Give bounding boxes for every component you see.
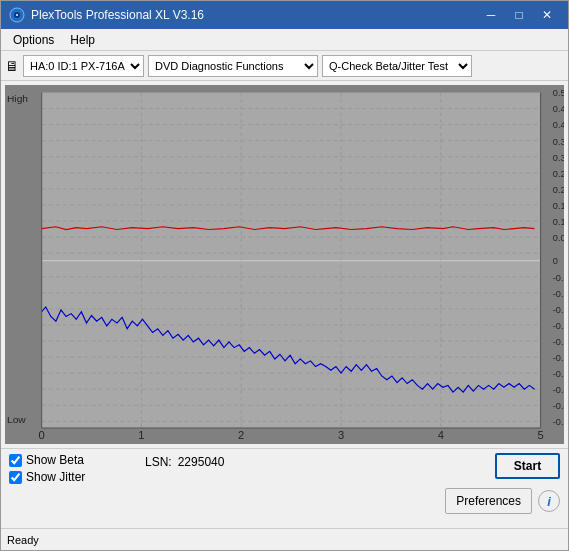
chart-area: 0 1 2 3 4 5 0.5 0.45 0.4 0.35 0.3 0.25 0… — [5, 85, 564, 444]
preferences-button[interactable]: Preferences — [445, 488, 532, 514]
svg-text:Low: Low — [7, 415, 27, 426]
close-button[interactable]: ✕ — [534, 5, 560, 25]
svg-text:-0.15: -0.15 — [553, 305, 564, 315]
show-beta-label: Show Beta — [26, 453, 84, 467]
app-icon — [9, 7, 25, 23]
svg-text:-0.3: -0.3 — [553, 353, 564, 363]
toolbar: 🖥 HA:0 ID:1 PX-716A DVD Diagnostic Funct… — [1, 51, 568, 81]
svg-text:0.5: 0.5 — [553, 89, 564, 99]
svg-text:1: 1 — [138, 430, 144, 442]
svg-text:0.4: 0.4 — [553, 121, 564, 131]
svg-text:-0.45: -0.45 — [553, 401, 564, 411]
svg-text:-0.25: -0.25 — [553, 337, 564, 347]
svg-text:-0.5: -0.5 — [553, 417, 564, 427]
window-controls: ─ □ ✕ — [478, 5, 560, 25]
minimize-button[interactable]: ─ — [478, 5, 504, 25]
device-select[interactable]: HA:0 ID:1 PX-716A — [23, 55, 144, 77]
show-jitter-input[interactable] — [9, 471, 22, 484]
function-select[interactable]: DVD Diagnostic Functions — [148, 55, 318, 77]
svg-text:0.2: 0.2 — [553, 185, 564, 195]
svg-text:0.15: 0.15 — [553, 201, 564, 211]
svg-text:2: 2 — [238, 430, 244, 442]
menu-help[interactable]: Help — [62, 31, 103, 49]
info-button[interactable]: i — [538, 490, 560, 512]
svg-point-2 — [16, 14, 18, 16]
svg-text:0: 0 — [553, 257, 558, 267]
action-buttons: Start — [495, 453, 560, 479]
status-text: Ready — [7, 534, 39, 546]
status-bar: Ready — [1, 528, 568, 550]
info-icon: i — [547, 494, 551, 509]
svg-text:0.25: 0.25 — [553, 169, 564, 179]
title-bar: PlexTools Professional XL V3.16 ─ □ ✕ — [1, 1, 568, 29]
svg-text:-0.1: -0.1 — [553, 289, 564, 299]
main-window: PlexTools Professional XL V3.16 ─ □ ✕ Op… — [0, 0, 569, 551]
svg-text:5: 5 — [537, 430, 543, 442]
svg-text:-0.4: -0.4 — [553, 385, 564, 395]
show-jitter-label: Show Jitter — [26, 470, 85, 484]
svg-text:0.3: 0.3 — [553, 153, 564, 163]
svg-text:0: 0 — [39, 430, 45, 442]
svg-text:-0.05: -0.05 — [553, 273, 564, 283]
show-beta-checkbox[interactable]: Show Beta — [9, 453, 129, 467]
svg-text:0.05: 0.05 — [553, 233, 564, 243]
show-jitter-checkbox[interactable]: Show Jitter — [9, 470, 129, 484]
checkboxes: Show Beta Show Jitter — [9, 453, 129, 484]
lsn-area: LSN: 2295040 — [145, 455, 224, 469]
svg-text:4: 4 — [438, 430, 444, 442]
start-button[interactable]: Start — [495, 453, 560, 479]
device-icon: 🖥 — [5, 58, 19, 74]
bottom-panel: Show Beta Show Jitter LSN: 2295040 Start… — [1, 448, 568, 528]
svg-text:0.1: 0.1 — [553, 217, 564, 227]
chart-svg: 0 1 2 3 4 5 0.5 0.45 0.4 0.35 0.3 0.25 0… — [5, 85, 564, 444]
svg-text:0.45: 0.45 — [553, 105, 564, 115]
menu-bar: Options Help — [1, 29, 568, 51]
lsn-label: LSN: — [145, 455, 172, 469]
show-beta-input[interactable] — [9, 454, 22, 467]
menu-options[interactable]: Options — [5, 31, 62, 49]
svg-text:3: 3 — [338, 430, 344, 442]
svg-text:0.35: 0.35 — [553, 137, 564, 147]
svg-text:High: High — [7, 93, 28, 104]
svg-text:-0.2: -0.2 — [553, 321, 564, 331]
lsn-value: 2295040 — [178, 455, 225, 469]
window-title: PlexTools Professional XL V3.16 — [31, 8, 478, 22]
svg-text:-0.35: -0.35 — [553, 369, 564, 379]
maximize-button[interactable]: □ — [506, 5, 532, 25]
test-select[interactable]: Q-Check Beta/Jitter Test — [322, 55, 472, 77]
